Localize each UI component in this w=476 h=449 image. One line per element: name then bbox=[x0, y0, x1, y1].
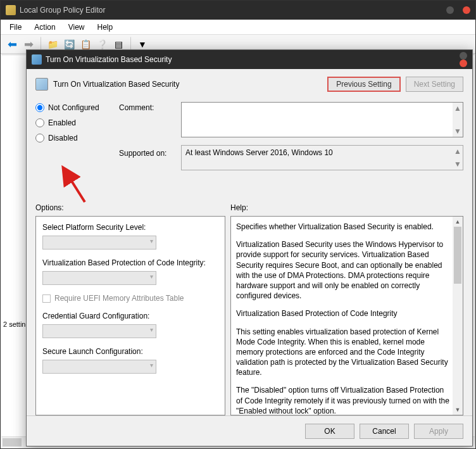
code-integrity-label: Virtualization Based Protection of Code … bbox=[42, 258, 218, 267]
supported-field: At least Windows Server 2016, Windows 10… bbox=[181, 145, 463, 170]
dialog-titlebar: Turn On Virtualization Based Security bbox=[27, 50, 472, 69]
menu-action[interactable]: Action bbox=[29, 22, 60, 33]
back-button[interactable]: ⬅ bbox=[4, 37, 20, 52]
previous-setting-button[interactable]: Previous Setting bbox=[327, 77, 400, 92]
options-label: Options: bbox=[35, 203, 225, 212]
setting-title: Turn On Virtualization Based Security bbox=[53, 80, 322, 89]
help-p2: Virtualization Based Security uses the W… bbox=[236, 239, 450, 301]
dialog-minimize-button[interactable] bbox=[460, 52, 467, 60]
help-scrollbar[interactable]: ▲▼ bbox=[453, 217, 463, 415]
supported-value: At least Windows Server 2016, Windows 10 bbox=[185, 148, 333, 157]
radio-enabled[interactable]: Enabled bbox=[35, 118, 111, 127]
radio-disabled-label: Disabled bbox=[48, 134, 78, 142]
dialog-footer: OK Cancel Apply bbox=[27, 415, 472, 446]
help-p5: The "Disabled" option turns off Virtuali… bbox=[236, 385, 450, 415]
comment-field[interactable]: ▲▼ bbox=[181, 102, 463, 137]
code-integrity-dropdown bbox=[42, 271, 156, 285]
menu-view[interactable]: View bbox=[63, 22, 90, 33]
radio-enabled-label: Enabled bbox=[48, 118, 76, 127]
help-box: Specifies whether Virtualization Based S… bbox=[230, 216, 463, 415]
radio-disabled[interactable]: Disabled bbox=[35, 134, 111, 142]
parent-titlebar: Local Group Policy Editor bbox=[1, 1, 475, 20]
parent-title: Local Group Policy Editor bbox=[20, 6, 446, 15]
platform-level-label: Select Platform Security Level: bbox=[42, 223, 218, 232]
cred-guard-label: Credential Guard Configuration: bbox=[42, 312, 218, 320]
ok-button[interactable]: OK bbox=[305, 424, 354, 439]
cred-guard-dropdown bbox=[42, 324, 156, 338]
minimize-button[interactable] bbox=[446, 6, 454, 14]
uefi-checkbox bbox=[42, 294, 51, 303]
close-button[interactable] bbox=[463, 6, 470, 14]
help-p1: Specifies whether Virtualization Based S… bbox=[236, 222, 450, 232]
next-setting-button: Next Setting bbox=[406, 77, 463, 92]
radio-not-configured-input[interactable] bbox=[35, 103, 44, 112]
secure-launch-dropdown bbox=[42, 360, 156, 374]
options-box: Select Platform Security Level: Virtuali… bbox=[35, 216, 225, 415]
uefi-checkbox-row: Require UEFI Memory Attributes Table bbox=[42, 294, 218, 303]
menu-file[interactable]: File bbox=[4, 22, 27, 33]
dialog-title: Turn On Virtualization Based Security bbox=[46, 55, 460, 64]
menubar: File Action View Help bbox=[1, 20, 475, 35]
radio-not-configured[interactable]: Not Configured bbox=[35, 103, 111, 112]
policy-dialog: Turn On Virtualization Based Security Tu… bbox=[26, 49, 473, 446]
platform-level-dropdown bbox=[42, 236, 156, 250]
help-label: Help: bbox=[230, 203, 463, 212]
apply-button: Apply bbox=[414, 424, 463, 439]
dialog-close-button[interactable] bbox=[460, 60, 467, 67]
cancel-button[interactable]: Cancel bbox=[360, 424, 409, 439]
radio-not-configured-label: Not Configured bbox=[48, 103, 99, 112]
uefi-checkbox-label: Require UEFI Memory Attributes Table bbox=[54, 294, 184, 303]
setting-icon bbox=[35, 78, 48, 91]
comment-label: Comment: bbox=[119, 103, 173, 112]
app-icon bbox=[6, 5, 16, 15]
supported-label: Supported on: bbox=[119, 149, 173, 158]
secure-launch-label: Secure Launch Configuration: bbox=[42, 347, 218, 356]
help-p4: This setting enables virtualization base… bbox=[236, 327, 450, 378]
help-p3: Virtualization Based Protection of Code … bbox=[236, 308, 450, 319]
radio-enabled-input[interactable] bbox=[35, 118, 44, 127]
menu-help[interactable]: Help bbox=[92, 22, 118, 33]
radio-disabled-input[interactable] bbox=[35, 134, 44, 142]
dialog-app-icon bbox=[32, 54, 42, 65]
